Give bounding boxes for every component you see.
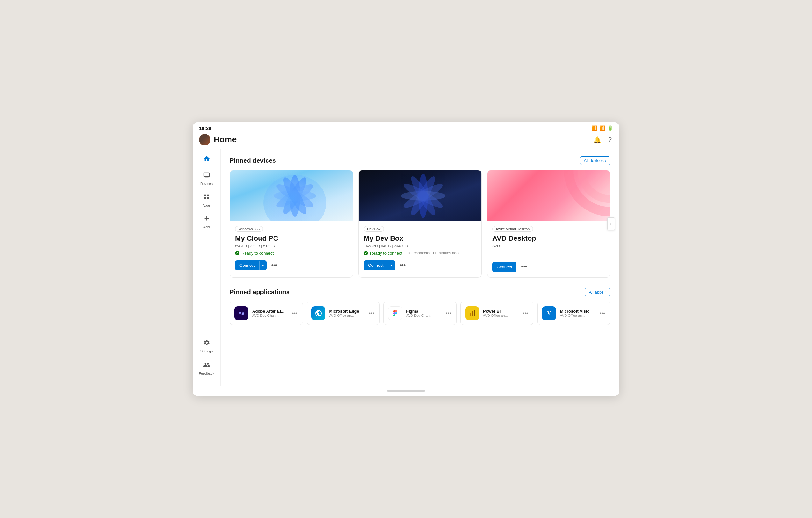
dev-box-status-dot [364, 251, 368, 255]
avd-type-badge: Azure Virtual Desktop [492, 226, 533, 232]
powerbi-icon [465, 306, 479, 320]
figma-more-button[interactable]: ••• [445, 310, 452, 317]
svg-point-3 [274, 180, 316, 211]
avd-more-button[interactable]: ••• [519, 262, 529, 272]
sidebar-feedback-label: Feedback [199, 372, 214, 375]
header: Home 🔔 ? [193, 133, 619, 149]
feedback-icon [203, 362, 210, 370]
header-left: Home [199, 134, 237, 145]
avatar[interactable] [199, 134, 210, 145]
dev-box-connect-button[interactable]: Connect ▾ [364, 260, 395, 270]
help-button[interactable]: ? [607, 135, 613, 145]
svg-point-5 [274, 180, 316, 211]
svg-rect-15 [470, 313, 471, 316]
sidebar-add-label: Add [203, 225, 210, 229]
home-icon [203, 155, 210, 164]
sidebar-item-settings[interactable]: Settings [194, 336, 220, 356]
dev-box-body: Dev Box My Dev Box 16vCPU | 64GB | 2048G… [358, 221, 482, 276]
status-time: 10:28 [199, 125, 211, 131]
notification-button[interactable]: 🔔 [592, 135, 603, 145]
dev-box-connect-label: Connect [364, 260, 388, 270]
sidebar-item-feedback[interactable]: Feedback [194, 358, 220, 378]
device-card-cloud-pc[interactable]: Windows 365 My Cloud PC 8vCPU | 32GB | 5… [230, 170, 353, 278]
avd-connect-button[interactable]: Connect [492, 262, 517, 272]
all-apps-button[interactable]: All apps › [585, 288, 610, 296]
ae-more-button[interactable]: ••• [291, 310, 298, 317]
powerbi-source: AVD Office an... [483, 314, 518, 317]
avd-body: Azure Virtual Desktop AVD Desktop AVD Co… [487, 221, 610, 277]
app-card-ae[interactable]: Ae Adobe After Ef... AVD Dev Chan... ••• [230, 301, 303, 325]
apps-row: Ae Adobe After Ef... AVD Dev Chan... •••… [230, 301, 610, 325]
wifi-icon: 📶 [592, 125, 597, 131]
visio-name: Microsoft Visio [560, 309, 595, 314]
sidebar-item-add[interactable]: Add [194, 212, 220, 232]
pinned-apps-title: Pinned applications [230, 288, 290, 296]
sidebar-item-home[interactable] [194, 152, 220, 167]
battery-icon: 🔋 [608, 125, 613, 131]
svg-rect-17 [473, 310, 475, 316]
edge-more-button[interactable]: ••• [368, 310, 375, 317]
app-window: 10:28 📶 📶 🔋 Home 🔔 ? [193, 122, 619, 396]
avd-actions: Connect ••• [492, 262, 605, 272]
powerbi-name: Power Bi [483, 309, 518, 314]
status-icons: 📶 📶 🔋 [592, 125, 613, 131]
all-apps-chevron-icon: › [605, 290, 606, 294]
visio-more-button[interactable]: ••• [599, 310, 606, 317]
visio-source: AVD Office an... [560, 314, 595, 317]
cloud-pc-connect-button[interactable]: Connect ▾ [235, 260, 266, 270]
sidebar-devices-label: Devices [200, 182, 213, 185]
devices-row: Windows 365 My Cloud PC 8vCPU | 32GB | 5… [230, 170, 610, 278]
powerbi-info: Power Bi AVD Office an... [483, 309, 518, 317]
cloud-pc-more-button[interactable]: ••• [269, 260, 279, 270]
svg-point-6 [280, 175, 310, 217]
ae-info: Adobe After Ef... AVD Dev Chan... [252, 309, 288, 317]
pinned-devices-header: Pinned devices All devices › [230, 156, 610, 165]
app-card-figma[interactable]: Figma AVD Dev Chan... ••• [383, 301, 457, 325]
dev-box-image [358, 170, 482, 221]
apps-icon [203, 193, 210, 202]
visio-icon: V [542, 306, 556, 320]
visio-info: Microsoft Visio AVD Office an... [560, 309, 595, 317]
cloud-pc-specs: 8vCPU | 32GB | 512GB [235, 244, 348, 248]
svg-point-2 [280, 175, 310, 217]
sidebar-item-apps[interactable]: Apps [194, 190, 220, 210]
figma-icon [388, 306, 402, 320]
ae-name: Adobe After Ef... [252, 309, 288, 314]
header-actions: 🔔 ? [592, 135, 613, 145]
settings-icon [203, 339, 210, 348]
bottom-bar [193, 385, 619, 396]
carousel-next-button[interactable]: › [607, 218, 615, 230]
avd-specs: AVD [492, 244, 605, 248]
avd-image [487, 170, 610, 221]
edge-name: Microsoft Edge [329, 309, 365, 314]
dev-box-connect-arrow[interactable]: ▾ [388, 261, 395, 270]
app-card-edge[interactable]: Microsoft Edge AVD Office an... ••• [307, 301, 380, 325]
signal-icon: 📶 [600, 125, 605, 131]
chevron-right-icon: › [605, 158, 606, 163]
dev-box-specs: 16vCPU | 64GB | 2048GB [364, 244, 476, 248]
sidebar-apps-label: Apps [203, 203, 210, 207]
sidebar: Devices Apps Add Sett [193, 149, 221, 385]
all-devices-button[interactable]: All devices › [580, 156, 610, 165]
dev-box-name: My Dev Box [364, 234, 476, 242]
main-content: Pinned devices All devices › [221, 149, 619, 385]
cloud-pc-connect-arrow[interactable]: ▾ [259, 261, 266, 270]
sidebar-bottom: Settings Feedback [194, 335, 220, 383]
sidebar-settings-label: Settings [200, 349, 213, 353]
dev-box-more-button[interactable]: ••• [398, 260, 408, 270]
app-card-visio[interactable]: V Microsoft Visio AVD Office an... ••• [537, 301, 610, 325]
cloud-pc-actions: Connect ▾ ••• [235, 260, 348, 270]
sidebar-item-devices[interactable]: Devices [194, 168, 220, 189]
device-card-dev-box[interactable]: Dev Box My Dev Box 16vCPU | 64GB | 2048G… [358, 170, 482, 278]
app-card-powerbi[interactable]: Power Bi AVD Office an... ••• [460, 301, 534, 325]
svg-point-4 [274, 191, 316, 201]
cloud-pc-body: Windows 365 My Cloud PC 8vCPU | 32GB | 5… [230, 221, 353, 276]
pinned-apps-header: Pinned applications All apps › [230, 288, 610, 296]
dev-box-status: Ready to connect Last connected 11 minut… [364, 251, 476, 256]
figma-name: Figma [406, 309, 441, 314]
powerbi-more-button[interactable]: ••• [522, 310, 529, 317]
cloud-pc-image [230, 170, 353, 221]
device-card-avd[interactable]: Azure Virtual Desktop AVD Desktop AVD Co… [487, 170, 610, 278]
main-layout: Devices Apps Add Sett [193, 149, 619, 385]
ae-icon: Ae [234, 306, 249, 320]
